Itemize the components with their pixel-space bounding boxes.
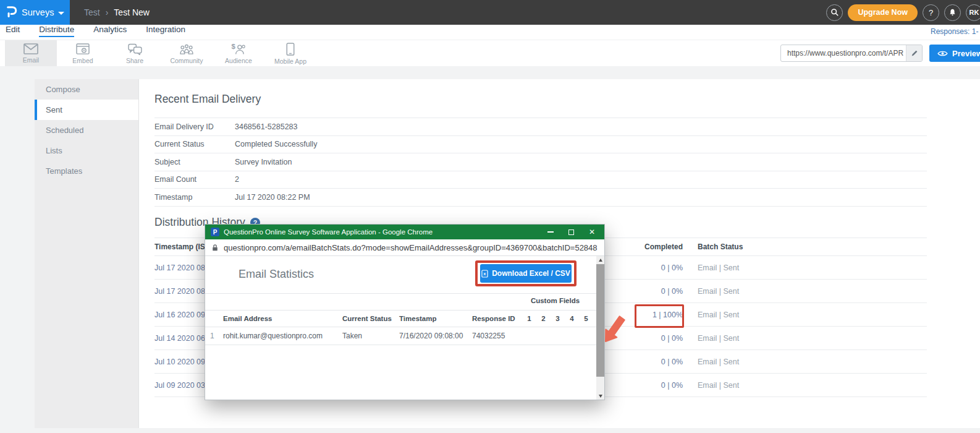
divider [205,293,596,294]
col-response-id: Response ID [472,315,522,322]
toolbar-tab-audience[interactable]: $ Audience [213,40,264,67]
download-excel-csv-button[interactable]: x Download Excel / CSV [480,264,572,283]
row-timestamp: 7/16/2020 09:08:00 [399,332,472,340]
embed-icon [76,43,90,55]
top-bar: Surveys Test › Test New Upgrade Now ? RK [0,0,980,25]
kv-row: Email Count 2 [154,171,927,189]
edit-url-button[interactable] [906,45,922,61]
sidebar-item-templates[interactable]: Templates [35,161,138,181]
upgrade-now-button[interactable]: Upgrade Now [848,4,918,21]
sidebar-item-lists[interactable]: Lists [35,140,138,161]
questionpro-logo-icon [6,4,17,20]
email-statistics-heading: Email Statistics [239,268,314,281]
col-header-completed: Completed [617,242,698,251]
eye-icon [937,50,948,57]
search-icon [830,8,839,17]
email-statistics-popup-window: P QuestionPro Online Survey Software App… [205,224,605,400]
col-custom-5: 5 [579,315,593,322]
pencil-icon [911,49,918,57]
preview-button[interactable]: Preview [929,45,980,62]
col-current-status: Current Status [342,315,399,322]
nav-tab-distribute[interactable]: Distribute [39,25,74,37]
search-button[interactable] [826,4,843,21]
notifications-button[interactable] [944,4,961,21]
recent-delivery-title: Recent Email Delivery [154,93,261,106]
scroll-down-arrow[interactable] [596,392,604,400]
sidebar-item-scheduled[interactable]: Scheduled [35,120,138,140]
breadcrumb-separator: › [106,7,109,17]
nav-tab-edit[interactable]: Edit [6,25,20,36]
svg-text:x: x [483,271,486,277]
responses-count[interactable]: Responses: 1- [931,27,978,36]
survey-url-box [780,45,923,62]
toolbar-tab-share[interactable]: Share [109,40,161,67]
survey-url-input[interactable] [781,45,906,61]
community-icon [179,43,194,55]
toolbar-tab-community[interactable]: Community [161,40,213,67]
col-timestamp: Timestamp [399,315,472,322]
row-email: rohit.kumar@questionpro.com [223,332,342,340]
popup-table-header-row: Email Address Current Status Timestamp R… [205,310,596,327]
minimize-button[interactable] [547,231,554,233]
sidebar-item-sent[interactable]: Sent [35,100,138,120]
maximize-button[interactable] [568,229,574,235]
popup-address-bar[interactable]: questionpro.com/a/emailBatchStats.do?mod… [205,239,604,256]
toolbar-tab-email[interactable]: Email [5,40,57,67]
col-email-address: Email Address [223,315,342,322]
annotation-arrow [603,308,628,345]
kv-row: Subject Survey Invitation [154,153,927,171]
topbar-actions: Upgrade Now ? RK [826,0,980,25]
scroll-up-arrow[interactable] [596,256,604,264]
popup-url: questionpro.com/a/emailBatchStats.do?mod… [224,243,598,252]
popup-content: Email Statistics x Download Excel / CSV … [205,256,604,400]
audience-icon: $ [231,43,246,55]
email-icon [23,43,38,54]
popup-table-row: 1 rohit.kumar@questionpro.com Taken 7/16… [205,327,596,345]
row-number: 1 [210,332,223,340]
avatar[interactable]: RK [966,4,980,21]
close-button[interactable]: ✕ [589,228,595,236]
toolbar-tab-embed[interactable]: Embed [57,40,109,67]
col-custom-1: 1 [522,315,536,322]
kv-row: Timestamp Jul 17 2020 08:22 PM [154,189,927,207]
col-custom-3: 3 [551,315,565,322]
sidebar-item-compose[interactable]: Compose [35,79,138,100]
breadcrumb: Test › Test New [84,0,150,25]
excel-file-icon: x [481,270,488,278]
nav-tab-integration[interactable]: Integration [146,25,185,36]
row-status: Taken [342,332,399,340]
popup-window-title: QuestionPro Online Survey Software Appli… [224,228,543,236]
breadcrumb-current: Test New [114,7,150,17]
mobile-app-icon [286,43,295,56]
annotation-box-completed-cell [635,304,684,328]
col-header-batch-status: Batch Status [698,242,927,251]
row-response-id: 74032255 [472,332,522,340]
col-custom-2: 2 [536,315,551,322]
help-button[interactable]: ? [923,4,939,21]
svg-text:$: $ [232,43,236,50]
breadcrumb-parent[interactable]: Test [84,7,100,17]
custom-fields-label: Custom Fields [517,297,593,304]
col-custom-4: 4 [565,315,579,322]
questionpro-favicon-icon: P [211,228,219,236]
bell-icon [948,8,957,17]
chevron-down-icon [58,12,64,15]
nav-tab-analytics[interactable]: Analytics [93,25,127,36]
email-sidebar: Compose Sent Scheduled Lists Templates [35,79,139,428]
survey-nav: Edit Distribute Analytics Integration Re… [0,25,980,40]
popup-title-bar[interactable]: P QuestionPro Online Survey Software App… [205,225,604,239]
product-menu-label: Surveys [22,7,54,17]
toolbar-tab-mobile-app[interactable]: Mobile App [264,40,316,67]
distribute-toolbar: Email Embed Share Community $ Audience M… [0,40,980,66]
lock-icon [212,244,218,252]
kv-row: Current Status Completed Successfully [154,136,927,154]
recent-delivery-table: Email Delivery ID 3468561-5285283 Curren… [154,118,927,207]
share-icon [128,43,142,55]
kv-row: Email Delivery ID 3468561-5285283 [154,118,927,136]
product-switcher[interactable]: Surveys [0,0,70,25]
